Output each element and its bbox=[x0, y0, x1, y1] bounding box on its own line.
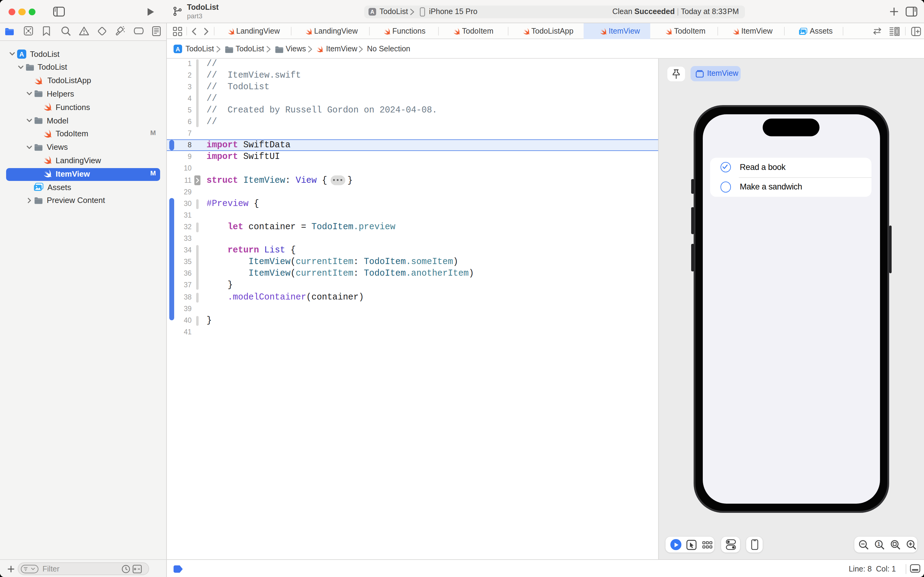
svg-text:A: A bbox=[370, 9, 374, 15]
svg-text:1: 1 bbox=[877, 541, 880, 547]
